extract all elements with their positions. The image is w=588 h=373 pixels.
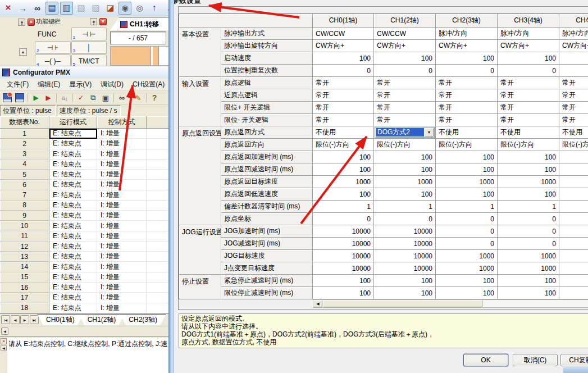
- editor-tab[interactable]: CH1:转移: [110, 17, 170, 30]
- control-mode-cell[interactable]: I: 增量: [97, 283, 147, 293]
- control-mode-cell[interactable]: I: 增量: [97, 262, 147, 272]
- param-value[interactable]: 10000: [313, 262, 374, 275]
- scrollbar-thumb[interactable]: [323, 300, 482, 307]
- param-value[interactable]: 10000: [313, 238, 374, 250]
- row-number-cell[interactable]: 6: [0, 180, 49, 190]
- param-value[interactable]: 常开: [559, 89, 588, 102]
- pin-icon[interactable]: [90, 18, 97, 25]
- row-number-cell[interactable]: 1: [0, 129, 49, 139]
- control-mode-cell[interactable]: I: 增量: [97, 252, 147, 262]
- pc-upload-icon[interactable]: ↑: [148, 2, 161, 15]
- param-value[interactable]: 常开: [498, 114, 559, 126]
- address-field[interactable]: - / 657: [110, 31, 166, 44]
- param-value[interactable]: [559, 65, 588, 77]
- row-number-cell[interactable]: 3: [0, 149, 49, 160]
- param-value[interactable]: 100: [498, 287, 559, 299]
- dialog-horizontal-scrollbar[interactable]: ◀: [313, 299, 588, 308]
- prev-page-icon[interactable]: ▧: [75, 2, 88, 15]
- param-value[interactable]: 不使用: [559, 126, 588, 139]
- copy-icon[interactable]: ⧉: [88, 92, 99, 103]
- row-number-cell[interactable]: 9: [0, 211, 49, 221]
- param-value[interactable]: 10000: [374, 225, 436, 238]
- param-value[interactable]: [559, 151, 588, 163]
- param-value[interactable]: 1000: [498, 250, 559, 262]
- param-value[interactable]: 常开: [559, 77, 588, 89]
- control-mode-cell[interactable]: I: 增量: [97, 129, 147, 139]
- run-mode-cell[interactable]: E: 结束点: [49, 139, 97, 149]
- param-value[interactable]: 1000: [374, 176, 436, 188]
- menu-item-4[interactable]: CH设置(A): [128, 79, 169, 90]
- control-mode-cell[interactable]: I: 增量: [97, 160, 147, 170]
- param-value[interactable]: 常开: [498, 102, 559, 114]
- run-mode-cell[interactable]: E: 结束点: [49, 303, 97, 313]
- homing-mode-combo[interactable]: DOG方式2▼: [375, 127, 435, 138]
- param-value[interactable]: 100: [436, 188, 498, 201]
- param-value[interactable]: 0: [436, 225, 498, 238]
- run-mode-cell[interactable]: E: 结束点: [49, 170, 97, 180]
- comment-edit-icon[interactable]: ✎: [133, 92, 144, 103]
- param-value[interactable]: 不使用: [498, 126, 559, 139]
- step-number-icon[interactable]: a₁: [59, 92, 70, 103]
- param-value[interactable]: 100: [436, 275, 498, 287]
- close-icon[interactable]: ×: [1, 338, 7, 344]
- row-number-cell[interactable]: 17: [0, 293, 49, 303]
- param-value[interactable]: [559, 238, 588, 250]
- param-value[interactable]: 10000: [374, 250, 436, 262]
- param-value[interactable]: 限位(-)方向: [313, 139, 374, 151]
- run-mode-cell[interactable]: E: 结束点: [49, 201, 97, 211]
- online-monitor-icon[interactable]: ◉: [118, 2, 131, 15]
- param-value[interactable]: CW/CCW: [374, 28, 436, 40]
- ladder-cell-selected[interactable]: [111, 47, 151, 65]
- param-value[interactable]: 常开: [374, 102, 436, 114]
- param-value[interactable]: 100: [436, 287, 498, 299]
- param-value[interactable]: 1: [313, 201, 374, 213]
- param-value[interactable]: 100: [374, 275, 436, 287]
- param-value[interactable]: 1: [498, 201, 559, 213]
- param-value[interactable]: 10000: [374, 262, 436, 275]
- control-mode-cell[interactable]: I: 增量: [97, 293, 147, 303]
- run-mode-cell[interactable]: E: 结束点: [49, 242, 97, 252]
- run-mode-cell[interactable]: E: 结束点: [49, 129, 97, 139]
- param-value[interactable]: 0: [498, 225, 559, 238]
- param-value[interactable]: 100: [498, 52, 559, 65]
- chevron-down-icon[interactable]: ▼: [425, 128, 434, 137]
- param-value[interactable]: 限位(-)方向: [559, 139, 588, 151]
- param-value[interactable]: 1000: [498, 262, 559, 275]
- param-value[interactable]: [559, 225, 588, 238]
- find-icon[interactable]: ∞: [31, 2, 44, 15]
- control-mode-cell[interactable]: I: 增量: [97, 170, 147, 180]
- run-mode-cell[interactable]: E: 结束点: [49, 180, 97, 190]
- row-number-cell[interactable]: 4: [0, 160, 49, 170]
- func-key-1[interactable]: ⊣ ⊢1: [71, 28, 107, 40]
- find2-icon[interactable]: ∞: [116, 92, 127, 103]
- tab-nav-button-0[interactable]: |◀: [1, 315, 10, 324]
- control-mode-cell[interactable]: I: 增量: [97, 190, 147, 201]
- param-value[interactable]: 100: [436, 52, 498, 65]
- param-value[interactable]: 0: [498, 213, 559, 225]
- run-mode-cell[interactable]: E: 结束点: [49, 190, 97, 201]
- param-value[interactable]: 100: [436, 151, 498, 163]
- param-value[interactable]: 100: [498, 151, 559, 163]
- scroll-left-icon[interactable]: ◀: [1, 345, 7, 351]
- sheet-tab-1[interactable]: CH1(2轴): [79, 314, 125, 325]
- param-value[interactable]: 10000: [374, 238, 436, 250]
- param-value[interactable]: 0: [374, 213, 436, 225]
- row-number-cell[interactable]: 2: [0, 139, 49, 149]
- param-value[interactable]: 10000: [313, 225, 374, 238]
- param-value[interactable]: 0: [374, 65, 436, 77]
- pin-icon[interactable]: [18, 19, 25, 26]
- row-number-cell[interactable]: 13: [0, 252, 49, 262]
- param-value[interactable]: 0: [498, 65, 559, 77]
- row-number-cell[interactable]: 8: [0, 201, 49, 211]
- param-value[interactable]: [559, 213, 588, 225]
- jump-icon[interactable]: →: [16, 2, 29, 15]
- func-key-2[interactable]: ⊣ ⊦2: [35, 41, 71, 54]
- help-icon[interactable]: ?: [149, 92, 160, 103]
- run-mode-cell[interactable]: E: 结束点: [49, 262, 97, 272]
- param-value[interactable]: [559, 262, 588, 275]
- param-value[interactable]: 不使用: [436, 126, 498, 139]
- control-mode-cell[interactable]: I: 增量: [97, 272, 147, 283]
- param-value[interactable]: 常开: [436, 77, 498, 89]
- control-mode-cell[interactable]: I: 增量: [97, 242, 147, 252]
- param-value[interactable]: 100: [313, 188, 374, 201]
